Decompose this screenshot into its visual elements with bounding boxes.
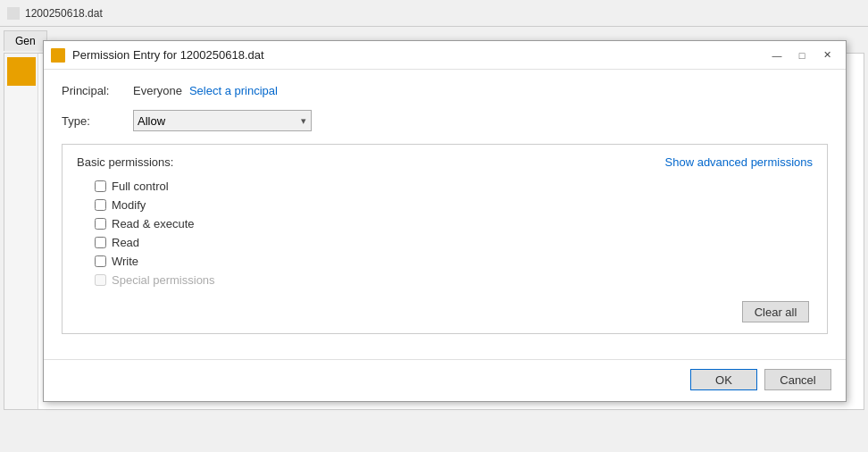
dialog-title: Permission Entry for 1200250618.dat <box>72 48 765 62</box>
background-titlebar: 1200250618.dat <box>0 0 868 27</box>
dialog-footer: OK Cancel <box>44 359 846 401</box>
checkbox-special-permissions: Special permissions <box>95 273 813 287</box>
permissions-section: Basic permissions: Show advanced permiss… <box>62 144 828 334</box>
full-control-checkbox[interactable] <box>95 180 106 192</box>
close-button[interactable]: ✕ <box>815 44 839 67</box>
checkbox-full-control: Full control <box>95 180 813 193</box>
minimize-button[interactable]: — <box>765 44 789 67</box>
checkbox-list: Full control Modify Read & execute Read <box>77 180 813 287</box>
principal-label: Principal: <box>62 84 133 97</box>
dialog-controls: — □ ✕ <box>765 44 839 67</box>
background-side-item <box>7 57 36 86</box>
type-label: Type: <box>62 114 133 128</box>
read-execute-label[interactable]: Read & execute <box>112 217 195 230</box>
modify-checkbox[interactable] <box>95 199 106 211</box>
clear-all-row: Clear all <box>77 301 813 322</box>
principal-value: Everyone <box>133 84 182 97</box>
read-label[interactable]: Read <box>112 236 139 249</box>
checkbox-read: Read <box>95 236 813 249</box>
permissions-title: Basic permissions: <box>77 155 173 169</box>
background-title-icon <box>7 7 20 20</box>
type-select-wrapper: Allow Deny <box>133 110 312 131</box>
dialog-overlay: Permission Entry for 1200250618.dat — □ … <box>34 31 847 442</box>
maximize-button[interactable]: □ <box>790 44 814 67</box>
checkbox-read-execute: Read & execute <box>95 217 813 230</box>
write-label[interactable]: Write <box>112 255 138 268</box>
clear-all-button[interactable]: Clear all <box>742 301 809 322</box>
special-permissions-checkbox <box>95 274 106 286</box>
modify-label[interactable]: Modify <box>112 198 146 212</box>
show-advanced-link[interactable]: Show advanced permissions <box>665 155 813 169</box>
permissions-header: Basic permissions: Show advanced permiss… <box>77 155 813 169</box>
select-principal-link[interactable]: Select a principal <box>189 84 278 97</box>
background-title-text: 1200250618.dat <box>25 7 103 20</box>
type-select[interactable]: Allow Deny <box>133 110 312 131</box>
type-row: Type: Allow Deny <box>62 110 828 131</box>
full-control-label[interactable]: Full control <box>112 180 169 193</box>
permission-entry-dialog: Permission Entry for 1200250618.dat — □ … <box>43 40 847 402</box>
principal-row: Principal: Everyone Select a principal <box>62 84 828 97</box>
dialog-title-icon <box>51 48 65 63</box>
cancel-button[interactable]: Cancel <box>764 369 831 390</box>
write-checkbox[interactable] <box>95 255 106 267</box>
read-execute-checkbox[interactable] <box>95 218 106 230</box>
checkbox-modify: Modify <box>95 198 813 212</box>
read-checkbox[interactable] <box>95 237 106 248</box>
dialog-body: Principal: Everyone Select a principal T… <box>44 70 846 359</box>
ok-button[interactable]: OK <box>690 369 757 390</box>
special-permissions-label: Special permissions <box>112 273 215 287</box>
dialog-titlebar: Permission Entry for 1200250618.dat — □ … <box>44 41 846 70</box>
checkbox-write: Write <box>95 255 813 268</box>
